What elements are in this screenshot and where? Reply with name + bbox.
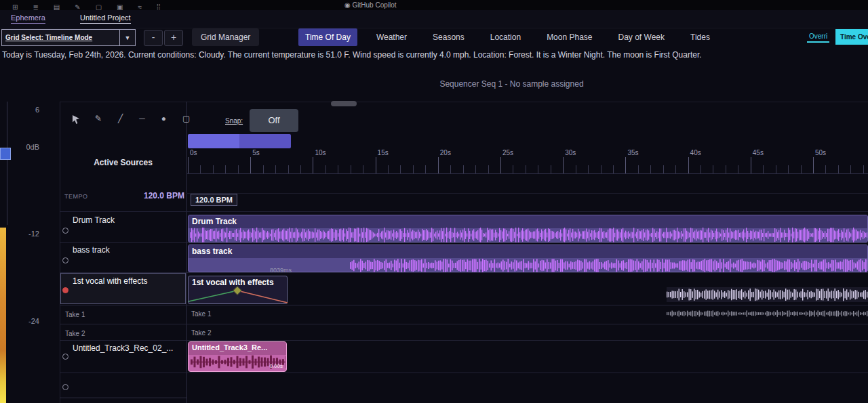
untitled-track-clip[interactable]: Untitled_Track3_Re... 0.00s [188,341,287,372]
tab-location[interactable]: Location [484,28,528,46]
record-arm-button[interactable] [62,228,68,234]
vocal-clip[interactable]: 1st vocal with effects [188,276,288,304]
loop-selection-region[interactable] [188,134,291,148]
ruler-tick-minor [650,165,651,173]
dash-tool-icon[interactable]: ─ [139,114,145,123]
ruler-tick-minor [400,165,401,173]
ruler-tick-minor [825,165,826,173]
tempo-lane-line [186,193,868,194]
ruler-tick-minor [463,165,464,173]
vocal-right-waveform[interactable] [667,287,868,302]
clip-title: bass track [189,245,867,258]
track-panel-right-border [186,102,187,403]
ruler-tick-minor [263,165,264,173]
ruler-tick-minor [675,165,676,173]
mode-tab-bar: Time Of Day Weather Seasons Location Moo… [298,28,717,46]
cursor-tool-icon[interactable] [72,115,81,127]
app-name[interactable]: Ephemera [11,14,45,24]
ruler-tick-minor [763,165,764,173]
draw-tool-icon[interactable]: ✎ [95,114,102,123]
timeline-ruler[interactable]: 0s5s10s15s20s25s30s35s40s45s50s [186,149,868,174]
take-1-row-label[interactable]: Take 1 [65,311,85,318]
zoom-in-button[interactable]: + [164,30,183,46]
ruler-tick-minor [538,165,538,173]
tab-day-of-week[interactable]: Day of Week [612,28,671,46]
horizontal-scrollbar-thumb[interactable] [331,101,357,106]
bass-waveform [350,259,867,272]
tempo-marker-chip[interactable]: 120.0 BPM [191,194,237,206]
tempo-label: TEMPO [64,193,88,200]
tab-weather[interactable]: Weather [370,28,414,46]
grid-manager-button[interactable]: Grid Manager [192,28,259,46]
ruler-tick-minor [488,165,489,173]
ruler-tick-minor [551,165,551,173]
project-name[interactable]: Untitled Project [80,14,131,24]
tab-seasons[interactable]: Seasons [426,28,471,46]
drum-waveform [190,228,867,242]
track-name-drum[interactable]: Drum Track [73,215,115,225]
zoom-out-button[interactable]: - [144,30,163,46]
ruler-tick-minor [326,165,326,173]
ruler-tick-major [376,157,376,173]
automation-envelope[interactable] [189,276,288,305]
ruler-tick-minor [663,165,664,173]
record-arm-button-armed[interactable] [62,287,68,293]
ruler-tick-minor [450,165,451,173]
record-arm-button[interactable] [62,384,68,390]
track-name-untitled[interactable]: Untitled_Track3_Rec_02_... [73,343,173,353]
ruler-tick-label: 25s [502,149,513,156]
tempo-value[interactable]: 120.0 BPM [102,191,184,200]
ruler-tick-minor [275,165,276,173]
ruler-tick-minor [238,165,239,173]
take-2-row-label[interactable]: Take 2 [65,330,85,337]
time-override-button[interactable]: Time Overri [835,29,868,45]
ruler-tick-label: 35s [627,149,638,156]
meter-fader-handle[interactable] [0,148,11,160]
snap-label: Snap: [225,117,243,125]
ruler-tick-major [250,157,251,173]
ruler-tick-label: 15s [378,149,389,156]
record-arm-button[interactable] [62,354,68,360]
lane-divider [60,373,868,373]
ruler-tick-minor [225,165,226,173]
clip-title: Drum Track [189,215,867,228]
copilot-icon: ◉ [344,1,353,9]
ruler-tick-minor [513,165,513,173]
ruler-tick-minor [526,165,526,173]
line-tool-icon[interactable]: ╱ [118,114,123,123]
header-bar: Ephemera Untitled Project [0,10,868,28]
track-name-vocal[interactable]: 1st vocal with effects [73,276,148,286]
tool-icon-row: ✎╱─●▢ [95,114,190,123]
copilot-item[interactable]: ◉ GitHub Copilot [344,0,397,10]
ruler-tick-label: 0s [190,149,197,156]
chevron-down-icon: ▼ [119,30,135,45]
override-button[interactable]: Overri [807,31,829,43]
tab-moon-phase[interactable]: Moon Phase [540,28,599,46]
snap-toggle-button[interactable]: Off [250,109,298,132]
ruler-tick-minor [413,165,414,173]
app-window: ⊞≣▤✎▢▣≈⁞⁞ ◉ GitHub Copilot Ephemera Unti… [0,0,868,403]
ruler-tick-minor [601,165,601,173]
track-panel-bottom-border [60,398,186,398]
ruler-tick-minor [776,165,776,173]
ruler-tick-minor [338,165,338,173]
record-arm-button[interactable] [62,257,68,263]
panel-top-border [60,102,868,102]
drum-track-clip[interactable]: Drum Track [188,215,868,242]
ruler-tick-major [500,157,501,173]
region-tool-icon[interactable]: ▢ [182,114,190,123]
clip-time-label: 0.00s [269,363,283,369]
take-1-waveform[interactable] [667,308,868,319]
track-panel-left-border [60,102,60,403]
dot-tool-icon[interactable]: ● [161,114,166,123]
tab-tides[interactable]: Tides [684,28,717,46]
ruler-tick-minor [613,165,614,173]
ruler-tick-major [313,157,313,173]
ruler-tick-minor [351,165,351,173]
ruler-tick-minor [863,165,864,173]
tab-time-of-day[interactable]: Time Of Day [298,28,357,46]
ruler-tick-minor [200,165,201,173]
ruler-tick-minor [701,165,701,173]
track-name-bass[interactable]: bass track [73,245,110,255]
grid-select-dropdown[interactable]: Grid Select: Timeline Mode ▼ [1,29,136,46]
